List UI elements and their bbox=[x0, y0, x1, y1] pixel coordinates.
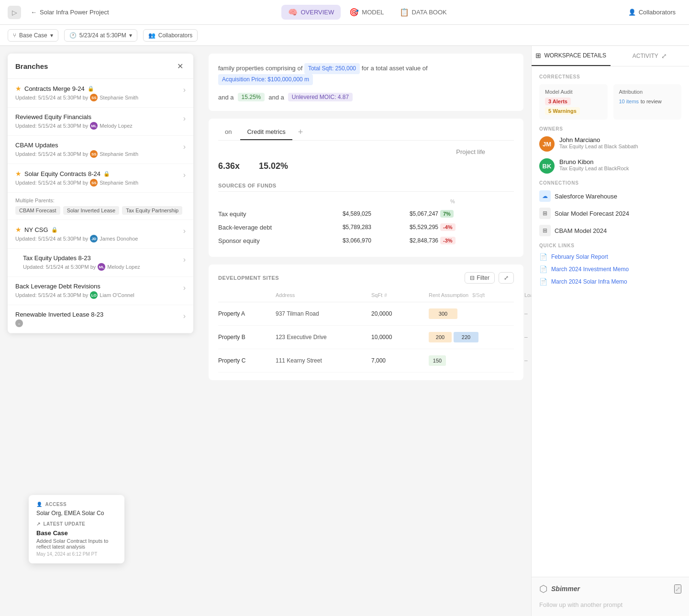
expand-button[interactable]: ⤢ bbox=[499, 272, 514, 284]
branch-info: Reviewed Equity Financials Updated: 5/15… bbox=[15, 113, 183, 130]
branch-item[interactable]: CBAM Updates Updated: 5/15/24 at 5:30PM … bbox=[8, 136, 193, 164]
chevron-right-icon: › bbox=[183, 227, 186, 235]
access-icon: 👤 bbox=[36, 502, 43, 507]
chevron-right-icon: › bbox=[183, 171, 186, 179]
branch-name: ★ NY CSG 🔒 bbox=[15, 226, 183, 233]
chevron-right-icon: › bbox=[183, 312, 186, 320]
filter-button[interactable]: ⊟ Filter bbox=[465, 272, 495, 284]
owner-item: BK Bruno Kibon Tax Equity Lead at BlackR… bbox=[539, 158, 681, 174]
metric-val-2: 15.02% bbox=[259, 161, 288, 171]
branches-title: Branches bbox=[15, 62, 48, 70]
ai-logo-text: Sbimmer bbox=[551, 585, 580, 593]
tab-activity[interactable]: ACTIVITY ⤢ bbox=[611, 46, 689, 66]
update-date: May 14, 2024 at 6:12 PM PT bbox=[36, 551, 117, 557]
chevron-down-icon-2: ▾ bbox=[129, 32, 132, 39]
branch-item-indented[interactable]: Tax Equity Updates 8-23 Updated: 5/15/24… bbox=[8, 249, 193, 277]
branch-name: Tax Equity Updates 8-23 bbox=[23, 254, 183, 262]
summary-card: family properties comprising of Total Sq… bbox=[209, 54, 523, 111]
project-life-label: Project life bbox=[456, 148, 485, 155]
branches-close-button[interactable]: ✕ bbox=[174, 60, 186, 72]
base-case-button[interactable]: ⑂ Base Case ▾ bbox=[8, 29, 58, 42]
tab-credit-metrics[interactable]: Credit metrics bbox=[240, 124, 292, 140]
clock-icon: 🕐 bbox=[69, 32, 77, 39]
multi-parent-label: Multiple Parents: bbox=[15, 198, 186, 203]
branches-header: Branches ✕ bbox=[8, 54, 193, 79]
collaborators-toolbar-button[interactable]: 👥 Collaborators bbox=[143, 29, 198, 42]
dev-sites-card: DEVELOPMENT SITES ⊟ Filter ⤢ Address bbox=[209, 264, 523, 380]
warning-badge: 5 Warnings bbox=[545, 107, 580, 115]
section-tabs: on Credit metrics + bbox=[218, 124, 514, 141]
table-row: Property A 937 Tilman Road 20,0000 300 – bbox=[218, 302, 514, 326]
branch-item[interactable]: Reviewed Equity Financials Updated: 5/15… bbox=[8, 108, 193, 136]
connection-item[interactable]: ☁ Salesforce Warehouse bbox=[539, 190, 681, 202]
rent-bar-base: 200 bbox=[429, 332, 452, 342]
table-icon: ⊞ bbox=[539, 225, 551, 236]
star-icon: ★ bbox=[15, 85, 22, 92]
parent-tag: Solar Inverted Lease bbox=[63, 206, 120, 215]
branches-panel: Branches ✕ ★ Contracts Merge 9-24 🔒 Upda… bbox=[8, 54, 193, 333]
ai-logo-icon: ⬡ bbox=[539, 583, 547, 594]
collaborators-nav-button[interactable]: 👤 Collaborators bbox=[622, 6, 681, 19]
chevron-right-icon: › bbox=[183, 114, 186, 123]
tab-workspace-details[interactable]: ⊞ WORKSPACE DETAILS bbox=[532, 46, 611, 66]
quick-link-item[interactable]: 📄 March 2024 Solar Infra Memo bbox=[539, 278, 681, 286]
access-label: 👤 ACCESS bbox=[36, 502, 117, 507]
update-icon: ↗ bbox=[36, 521, 41, 527]
loan-bar-cell: – bbox=[524, 307, 531, 320]
lock-icon: 🔒 bbox=[88, 86, 94, 92]
branch-info: CBAM Updates Updated: 5/15/24 at 5:30PM … bbox=[15, 142, 183, 158]
back-icon: ← bbox=[31, 9, 37, 16]
branch-meta: Updated: 5/15/24 at 5:30PM by ML Melody … bbox=[23, 263, 183, 271]
activity-expand-icon: ⤢ bbox=[661, 52, 667, 60]
tooltip-popup: 👤 ACCESS Solar Org, EMEA Solar Co ↗ LATE… bbox=[29, 495, 124, 563]
avatar: JM bbox=[539, 136, 555, 152]
branch-info: ★ Solar Equity Contracts 8-24 🔒 Updated:… bbox=[15, 170, 183, 187]
tab-databook[interactable]: 📋 DATA BOOK bbox=[393, 5, 454, 20]
branch-item[interactable]: ★ Contracts Merge 9-24 🔒 Updated: 5/15/2… bbox=[8, 79, 193, 108]
ai-area: ⬡ Sbimmer ⤢ bbox=[532, 577, 689, 616]
branch-item[interactable]: ★ Solar Equity Contracts 8-24 🔒 Updated:… bbox=[8, 164, 193, 193]
owners-heading: OWNERS bbox=[539, 126, 681, 132]
tab-model[interactable]: 🎯 MODEL bbox=[343, 5, 390, 20]
sites-table: Address SqFt # Rent Assumption $/Sqft Lo… bbox=[218, 290, 514, 373]
tab-overview[interactable]: 🧠 OVERVIEW bbox=[281, 5, 341, 20]
ai-input[interactable] bbox=[539, 599, 681, 610]
document-icon: 📄 bbox=[539, 253, 547, 261]
rent-bar-cell: 200 220 bbox=[429, 330, 524, 344]
top-nav: ▷ ← Solar Infra Power Project 🧠 OVERVIEW… bbox=[0, 0, 689, 25]
branch-icon: ⑂ bbox=[13, 32, 16, 39]
left-panel: Branches ✕ ★ Contracts Merge 9-24 🔒 Upda… bbox=[0, 46, 201, 616]
branch-item[interactable]: Renewable Inverted Lease 8-23 – › bbox=[8, 305, 193, 333]
ai-expand-button[interactable]: ⤢ bbox=[674, 584, 681, 594]
connection-item[interactable]: ⊞ CBAM Model 2024 bbox=[539, 225, 681, 236]
branch-info: Tax Equity Updates 8-23 Updated: 5/15/24… bbox=[23, 254, 183, 271]
datetime-button[interactable]: 🕐 5/23/24 at 5:30PM ▾ bbox=[64, 29, 137, 42]
access-value: Solar Org, EMEA Solar Co bbox=[36, 510, 117, 517]
branch-item[interactable]: ★ NY CSG 🔒 Updated: 5/15/24 at 5:30PM by… bbox=[8, 220, 193, 249]
update-desc: Added Solar Contract Inputs to reflect l… bbox=[36, 538, 117, 550]
sources-section: Sources of Funds % Tax equity $4,589,025… bbox=[218, 179, 514, 247]
summary-text: family properties comprising of Total Sq… bbox=[218, 63, 514, 85]
attribution-items[interactable]: 10 items bbox=[619, 99, 639, 104]
tab-on[interactable]: on bbox=[218, 124, 238, 140]
branch-name: CBAM Updates bbox=[15, 142, 183, 149]
nav-tabs: 🧠 OVERVIEW 🎯 MODEL 📋 DATA BOOK bbox=[119, 5, 617, 20]
add-tab-button[interactable]: + bbox=[294, 125, 307, 139]
quick-link-item[interactable]: 📄 February Solar Report bbox=[539, 253, 681, 261]
chevron-right-icon: › bbox=[183, 86, 186, 94]
multi-parent-section: Multiple Parents: CBAM Forecast Solar In… bbox=[8, 193, 193, 220]
avatar: SS bbox=[90, 94, 98, 101]
document-icon: 📄 bbox=[539, 278, 547, 286]
quick-link-item[interactable]: 📄 March 2024 Investment Memo bbox=[539, 265, 681, 273]
attribution-value: 10 items to review bbox=[619, 98, 676, 105]
toolbar: ⑂ Base Case ▾ 🕐 5/23/24 at 5:30PM ▾ 👥 Co… bbox=[0, 25, 689, 46]
model-audit-box: Model Audit 3 Alerts 5 Warnings bbox=[539, 84, 608, 120]
overview-icon: 🧠 bbox=[288, 8, 298, 17]
sources-header: Sources of Funds bbox=[218, 179, 514, 192]
connection-item[interactable]: ⊞ Solar Model Forecast 2024 bbox=[539, 208, 681, 219]
rent-bar: 150 bbox=[429, 355, 446, 366]
col-address: Address bbox=[276, 292, 371, 298]
branch-item[interactable]: Back Leverage Debt Revisions Updated: 5/… bbox=[8, 277, 193, 305]
back-button[interactable]: ← Solar Infra Power Project bbox=[27, 7, 113, 18]
table-row: Property B 123 Executive Drive 10,0000 2… bbox=[218, 326, 514, 349]
